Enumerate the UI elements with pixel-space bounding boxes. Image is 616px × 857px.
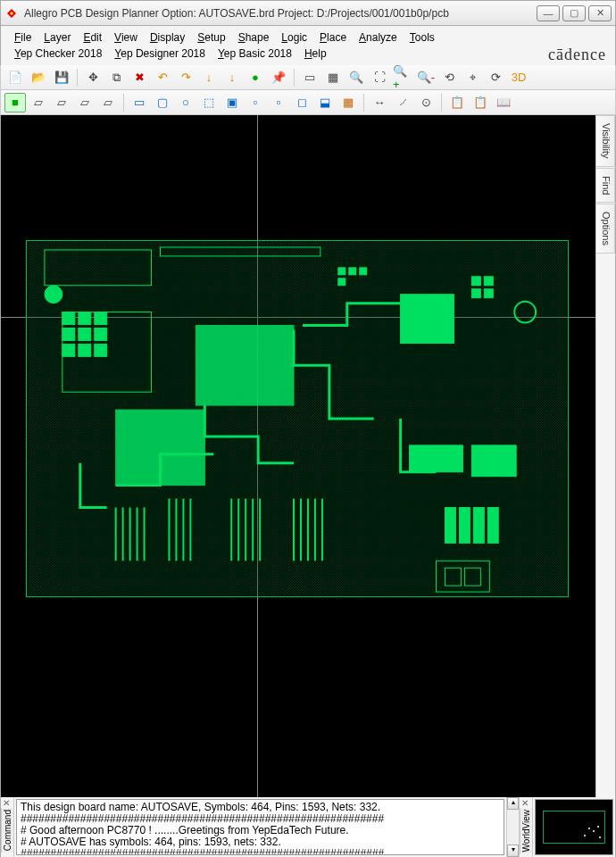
layer1-icon[interactable]: ▱ (28, 93, 49, 112)
menu-shape[interactable]: Shape (232, 29, 276, 46)
shape-group-icon[interactable]: ▣ (221, 93, 243, 112)
zoom-sel-icon[interactable]: ⌖ (462, 68, 483, 87)
menu-edit[interactable]: Edit (77, 29, 108, 46)
shape-split-icon[interactable]: ⬓ (314, 93, 336, 112)
menu-yep-designer-2018[interactable]: Yep Designer 2018 (108, 46, 212, 62)
shape-select-icon[interactable]: ⬚ (198, 93, 220, 112)
menu-place[interactable]: Place (313, 29, 353, 46)
delete-icon[interactable]: ✖ (129, 68, 150, 87)
worldview-close-icon[interactable]: ✕ (520, 797, 530, 808)
down1-icon[interactable]: ↓ (198, 68, 220, 87)
svg-rect-12 (471, 445, 516, 477)
menu-setup[interactable]: Setup (191, 29, 231, 46)
help-book-icon[interactable]: 📖 (493, 93, 514, 112)
layer3-icon[interactable]: ▱ (74, 93, 96, 112)
save-icon[interactable]: 💾 (51, 68, 72, 87)
svg-rect-45 (338, 279, 345, 286)
minimize-button[interactable]: — (537, 5, 560, 21)
layer4-icon[interactable]: ▱ (97, 93, 119, 112)
side-panel-tabs: VisibilityFindOptions (595, 115, 615, 797)
svg-rect-43 (349, 268, 356, 275)
globe-icon[interactable]: ● (245, 68, 266, 87)
svg-point-6 (45, 286, 62, 304)
svg-rect-11 (410, 445, 463, 472)
open-file-icon[interactable]: 📂 (28, 68, 49, 87)
shape-merge-icon[interactable]: ▦ (337, 93, 359, 112)
svg-point-58 (593, 830, 595, 832)
menu-file[interactable]: File (8, 29, 37, 46)
dimension-icon[interactable]: ↔ (369, 93, 390, 112)
shape-circle-icon[interactable]: ○ (175, 93, 196, 112)
svg-rect-16 (95, 312, 107, 325)
redo-icon[interactable]: ↷ (175, 68, 196, 87)
pin-icon[interactable]: 📌 (268, 68, 289, 87)
place-square-icon[interactable]: ■ (4, 93, 26, 112)
svg-rect-22 (95, 344, 107, 356)
shape-rect-icon[interactable]: ▭ (129, 93, 150, 112)
maximize-button[interactable]: ▢ (562, 5, 586, 21)
3d-icon[interactable]: 3D (508, 68, 529, 87)
svg-rect-50 (445, 508, 455, 544)
menu-help[interactable]: Help (298, 46, 333, 62)
side-tab-visibility[interactable]: Visibility (596, 115, 615, 167)
select-box-icon[interactable]: ▦ (322, 68, 344, 87)
worldview-minimap[interactable] (535, 799, 613, 855)
new-file-icon[interactable]: 📄 (4, 68, 26, 87)
svg-point-57 (588, 828, 590, 829)
menu-tools[interactable]: Tools (404, 29, 441, 46)
undo-icon[interactable]: ↶ (152, 68, 173, 87)
refresh-icon[interactable]: ⟳ (485, 68, 506, 87)
menu-layer[interactable]: Layer (37, 29, 77, 46)
drill-icon[interactable]: ⊙ (415, 93, 437, 112)
pcb-board-outline (26, 240, 569, 597)
svg-rect-51 (459, 508, 470, 544)
svg-rect-18 (79, 329, 91, 341)
copy-icon[interactable]: ⧉ (105, 68, 127, 87)
command-log[interactable]: This design board name: AUTOSAVE, Symbol… (16, 799, 504, 855)
zoom-prev-icon[interactable]: ⟲ (438, 68, 460, 87)
app-icon (4, 6, 19, 21)
menu-yep-checker-2018[interactable]: Yep Checker 2018 (8, 46, 108, 62)
command-close-icon[interactable]: ✕ (1, 797, 12, 808)
close-button[interactable]: ✕ (588, 5, 612, 21)
command-scrollbar[interactable]: ▴ ▾ (506, 797, 519, 857)
svg-point-59 (597, 826, 599, 828)
zoom-out-icon[interactable]: 🔍- (415, 68, 437, 87)
main-area: VisibilityFindOptions (0, 115, 616, 797)
menu-yep-basic-2018[interactable]: Yep Basic 2018 (212, 46, 298, 62)
zoom-extents-icon[interactable]: ⛶ (369, 68, 390, 87)
move-icon[interactable]: ✥ (82, 68, 104, 87)
svg-rect-14 (62, 312, 75, 325)
route-icon[interactable]: ⟋ (392, 93, 413, 112)
toolbar-shape: ■▱▱▱▱▭▢○⬚▣▫▫◻⬓▦↔⟋⊙📋📋📖 (0, 90, 616, 115)
svg-rect-47 (484, 277, 493, 286)
svg-rect-20 (62, 344, 75, 356)
menu-logic[interactable]: Logic (275, 29, 313, 46)
side-tab-options[interactable]: Options (596, 204, 615, 254)
pcb-canvas[interactable] (1, 115, 595, 797)
zoom-in-icon[interactable]: 🔍+ (392, 68, 413, 87)
scroll-down-icon[interactable]: ▾ (507, 845, 519, 857)
report2-icon[interactable]: 📋 (470, 93, 491, 112)
menu-display[interactable]: Display (144, 29, 191, 46)
toolbar-main: 📄📂💾✥⧉✖↶↷↓↓●📌▭▦🔍⛶🔍+🔍-⟲⌖⟳3D (0, 65, 616, 90)
side-tab-find[interactable]: Find (596, 168, 615, 203)
svg-rect-17 (62, 329, 75, 341)
command-area: ✕ Command This design board name: AUTOSA… (0, 797, 616, 857)
report1-icon[interactable]: 📋 (446, 93, 468, 112)
menu-view[interactable]: View (108, 29, 144, 46)
shape-outline-icon[interactable]: ▢ (152, 93, 173, 112)
shape-edit3-icon[interactable]: ◻ (291, 93, 312, 112)
svg-rect-52 (473, 508, 484, 544)
command-line: ########################################… (21, 848, 500, 855)
shape-edit2-icon[interactable]: ▫ (268, 93, 289, 112)
zoom-window-icon[interactable]: 🔍 (345, 68, 367, 87)
svg-rect-10 (401, 295, 454, 344)
select-rect-icon[interactable]: ▭ (299, 68, 320, 87)
down2-icon[interactable]: ↓ (221, 68, 243, 87)
layer2-icon[interactable]: ▱ (51, 93, 72, 112)
scroll-up-icon[interactable]: ▴ (507, 797, 519, 810)
shape-edit1-icon[interactable]: ▫ (245, 93, 266, 112)
svg-rect-15 (79, 312, 91, 325)
menu-analyze[interactable]: Analyze (353, 29, 404, 46)
